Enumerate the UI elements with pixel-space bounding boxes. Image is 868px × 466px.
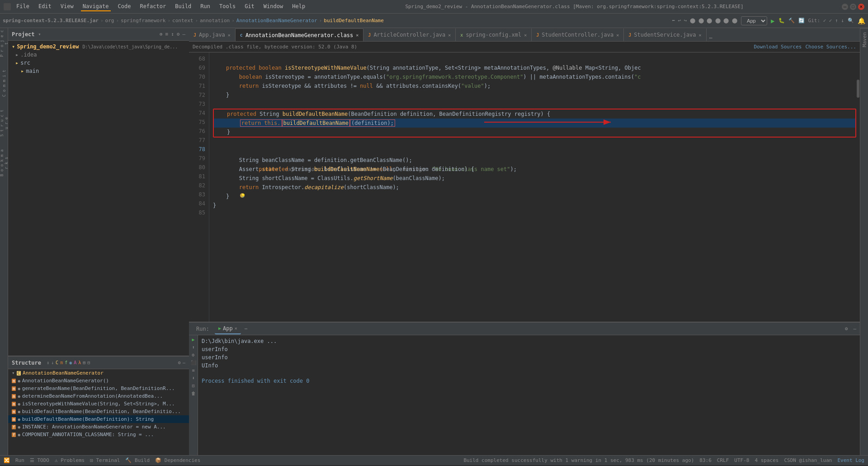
step-tool-icon[interactable]: ⬛ [191,360,196,365]
maven-tab[interactable]: Maven [860,28,868,51]
run-close-btn[interactable]: ✕ [235,326,237,331]
tree-idea-folder[interactable]: ▸ .idea [8,51,189,59]
sidebar-commit-icon[interactable]: C o m m i t [1,70,7,97]
event-log-link[interactable]: Event Log [837,457,864,463]
settings2-tool-icon[interactable]: ⚙ [192,352,194,357]
bottom-minimize-icon[interactable]: – [853,326,856,332]
struct-icon10[interactable]: ⊟ [87,360,90,365]
struct-icon7[interactable]: A [74,360,76,365]
sync-button[interactable]: 🔄 [798,18,805,24]
run-tab-label[interactable]: Run [15,457,24,463]
tree-src-folder[interactable]: ▸ src [8,59,189,67]
menu-code[interactable]: Code [116,2,133,11]
trash-tool-icon[interactable]: 🗑 [191,391,196,396]
struct-constructor[interactable]: m ● AnnotationBeanNameGenerator() [8,377,189,385]
sidebar-project-icon[interactable]: P r o j e c t [0,30,8,57]
tab-close-service[interactable]: ✕ [699,33,702,38]
sidebar-bookmarks-icon[interactable]: B o o k m a r k s [1,149,7,176]
tab-close-student[interactable]: ✕ [616,33,619,38]
terminal-label[interactable]: ⊡ Terminal [90,457,120,463]
project-sort-icon[interactable]: ↕ [171,31,174,37]
problems-label[interactable]: ⚠ Problems [55,457,85,463]
struct-close-icon[interactable]: – [183,360,185,365]
project-dropdown[interactable]: ▾ [38,32,41,37]
scrollbar-thumb[interactable] [857,80,859,98]
struct-settings-icon[interactable]: ⚙ [178,360,181,365]
bottom-settings-icon[interactable]: ⚙ [845,326,848,332]
tab-close-article[interactable]: ✕ [448,33,451,38]
search-button[interactable]: 🔍 [848,18,854,24]
project-collapse-icon[interactable]: ≡ [165,31,169,37]
menu-git[interactable]: Git [243,2,256,11]
pin-tool-icon[interactable]: ≡ [192,368,194,373]
editor-scrollbar[interactable] [856,52,860,322]
struct-isStereotype[interactable]: m ● isStereotypeWithNameValue(String, Se… [8,400,189,408]
menu-window[interactable]: Window [262,2,285,11]
struct-icon2[interactable]: ↓ [51,360,54,365]
code-content[interactable]: protected boolean isStereotypeWithNameVa… [209,52,860,322]
structure-tree: ▾ C AnnotationBeanNameGenerator m ● Anno… [8,369,189,438]
struct-icon5[interactable]: f [65,360,67,365]
menu-help[interactable]: Help [290,2,307,11]
tree-main-folder[interactable]: ▸ main [8,67,189,75]
struct-icon3[interactable]: C [56,360,58,365]
tab-annotation-class[interactable]: c AnnotationBeanNameGenerator.class ✕ [236,29,363,41]
project-close-icon[interactable]: – [182,31,185,37]
sidebar-structure-icon[interactable]: S t r u c t u r e [1,109,7,137]
tab-spring-config[interactable]: x spring-config.xml ✕ [456,29,532,41]
close-button[interactable]: ✕ [858,4,864,10]
project-panel: Project ▾ ⊕ ≡ ↕ ⚙ – ▾ Spring_demo2_revie… [8,28,189,356]
menu-run[interactable]: Run [198,2,212,11]
struct-icon1[interactable]: ↕ [47,360,49,365]
struct-icon8[interactable]: λ [78,360,81,365]
menu-file[interactable]: File [14,2,31,11]
struct-f-icon1: f [12,425,16,429]
struct-buildDefault2[interactable]: m ● buildDefaultBeanName(BeanDefinition)… [8,415,189,423]
choose-sources-link[interactable]: Choose Sources... [805,44,856,50]
tab-more-button[interactable]: ⋯ [707,35,715,41]
tree-root[interactable]: ▾ Spring_demo2_review D:\Java\code\test_… [8,43,189,51]
build-button[interactable]: 🔨 [788,18,795,24]
tab-close-spring[interactable]: ✕ [524,33,527,38]
struct-determineBeanName[interactable]: m ● determineBeanNameFromAnnotation(Anno… [8,392,189,400]
notification-button[interactable]: 🔔 [858,17,865,24]
struct-instance[interactable]: f ● INSTANCE: AnnotationBeanNameGenerato… [8,423,189,431]
struct-icon4[interactable]: m [60,360,63,365]
struct-class-item[interactable]: ▾ C AnnotationBeanNameGenerator [8,369,189,377]
project-settings-icon[interactable]: ⚙ [177,31,180,37]
struct-buildDefault1[interactable]: m ● buildDefaultBeanName(BeanDefinition,… [8,408,189,415]
scroll-tool-icon[interactable]: ⬇ [192,376,194,380]
project-locate-icon[interactable]: ⊕ [160,31,163,37]
menu-tools[interactable]: Tools [217,2,237,11]
struct-icon9[interactable]: ⊞ [83,360,85,365]
menu-edit[interactable]: Edit [37,2,53,11]
tab-student-service[interactable]: J StudentService.java ✕ [624,29,706,41]
build-label[interactable]: 🔨 Build [125,457,150,463]
bottom-tab-more[interactable]: ⋯ [245,326,248,332]
layout-tool-icon[interactable]: ⊡ [192,383,194,388]
todo-label[interactable]: ☰ TODO [30,457,49,463]
download-sources-link[interactable]: Download Sources [754,44,802,50]
menu-view[interactable]: View [59,2,75,11]
run-button[interactable]: ▶ [771,17,774,24]
tab-student-controller[interactable]: J StudentController.java ✕ [532,29,624,41]
stop-tool-icon[interactable]: ⬆ [192,345,194,350]
menu-refactor[interactable]: Refactor [138,2,168,11]
bottom-tab-app[interactable]: ▶ App ✕ [215,323,241,334]
tab-close-app[interactable]: ✕ [228,33,231,38]
tab-close-annotation[interactable]: ✕ [356,33,359,38]
debug-button[interactable]: 🐛 [778,18,785,24]
tab-app-java[interactable]: J App.java ✕ [189,29,236,41]
maximize-button[interactable]: □ [850,4,856,10]
run-tool-icon[interactable]: ▶ [192,337,194,342]
struct-component[interactable]: f ● COMPONENT_ANNOTATION_CLASSNAME: Stri… [8,431,189,438]
minimize-button[interactable]: ─ [842,4,848,10]
app-selector[interactable]: App [741,16,767,25]
struct-generateBeanName[interactable]: m ● generateBeanName(BeanDefinition, Bea… [8,385,189,392]
struct-icon6[interactable]: ◉ [69,360,72,365]
status-bar: 🔀 Run ☰ TODO ⚠ Problems ⊡ Terminal 🔨 Bui… [0,455,868,465]
menu-navigate[interactable]: Navigate [81,2,111,11]
tab-article-controller[interactable]: J ArticleController.java ✕ [363,29,456,41]
dependencies-label[interactable]: 📦 Dependencies [155,457,200,463]
menu-build[interactable]: Build [173,2,193,11]
